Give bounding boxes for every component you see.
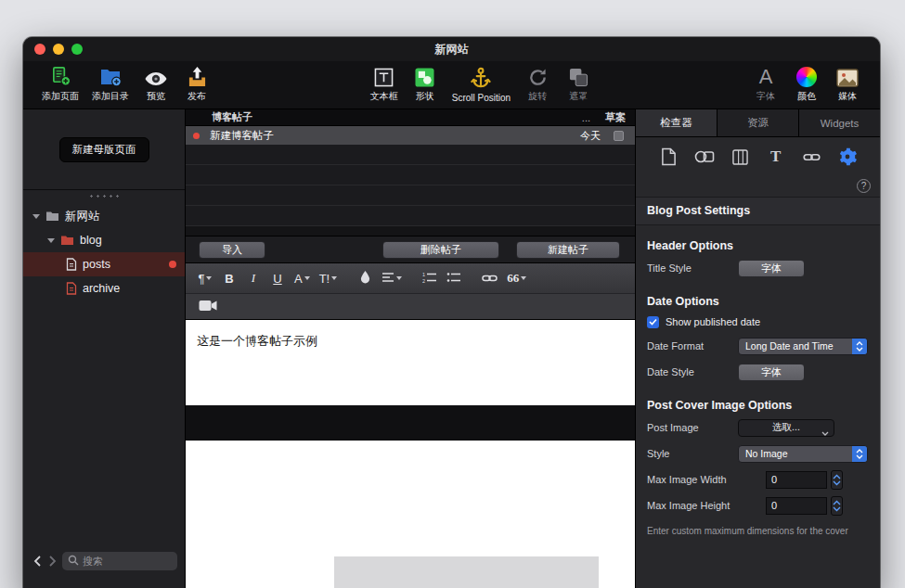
shapes-icon [415,65,434,87]
text-size-button[interactable]: T! [317,268,341,288]
toolbar-label: 添加目录 [92,90,129,103]
post-image-choose-button[interactable]: 选取... [738,419,834,437]
title-style-label: Title Style [647,262,738,274]
close-button[interactable] [34,44,45,55]
cover-style-row: Style No Image [647,441,869,467]
rotate-button[interactable]: 旋转 [518,63,557,105]
link-icon [482,272,498,286]
layout-grid-icon[interactable] [728,145,752,169]
traffic-lights [34,37,83,61]
max-image-width-stepper[interactable] [831,470,843,490]
toolbar-left-group: 添加页面 添加目录 预览 [36,63,216,105]
gear-settings-icon[interactable] [835,145,860,169]
section-date-options: Date Options [647,295,869,308]
sidebar: 新建母版页面 新网站 [23,109,186,588]
mask-button[interactable]: 遮罩 [559,63,598,105]
droplet-icon [360,270,370,287]
toolbar-label: 字体 [756,90,775,103]
quote-glyph: 66 [507,271,519,286]
back-button[interactable] [31,556,44,567]
color-panel-button[interactable]: 颜色 [787,63,826,105]
post-editor-column: 博客帖子 ... 草案 新建博客帖子 今天 导入 删除帖子 [186,109,636,588]
search-field[interactable] [62,552,177,570]
new-master-page-button[interactable]: 新建母版页面 [59,137,149,162]
caret-down-icon [396,276,402,280]
max-image-height-stepper[interactable] [831,496,843,516]
caret-down-icon [521,276,526,280]
shapes-settings-icon[interactable] [692,145,717,169]
scroll-position-button[interactable]: Scroll Position [446,63,516,105]
page-icon [66,258,77,271]
ordered-list-button[interactable]: 12 [420,268,440,288]
help-button[interactable]: ? [857,179,871,193]
add-folder-button[interactable]: 添加目录 [86,63,135,105]
link-button[interactable] [479,268,500,288]
date-style-font-button[interactable]: 字体 [738,364,805,381]
toolbar-label: 遮罩 [569,90,588,103]
column-draft-header: 草案 [605,110,626,124]
tab-widgets[interactable]: Widgets [799,109,880,136]
tree-item-site[interactable]: 新网站 [23,204,185,228]
show-published-date-checkbox[interactable] [647,316,659,328]
text-color-button[interactable]: A [291,268,313,288]
cover-style-select[interactable]: No Image [738,445,868,463]
title-style-font-button[interactable]: 字体 [738,260,805,277]
date-format-select[interactable]: Long Date and Time [738,338,868,355]
tree-item-blog[interactable]: blog [23,228,185,252]
minimize-button[interactable] [53,44,64,55]
toolbar-label: 添加页面 [42,90,79,103]
settings-title-band: Blog Post Settings [636,197,880,225]
import-button[interactable]: 导入 [199,241,265,259]
tab-resources[interactable]: 资源 [718,109,799,136]
page-settings-icon[interactable] [656,145,680,169]
folder-red-icon [60,235,74,246]
new-post-button[interactable]: 新建帖子 [516,241,620,259]
empty-list-row [186,206,635,226]
sidebar-resize-handle[interactable] [23,190,185,202]
video-camera-button[interactable] [199,299,217,315]
title-style-row: Title Style 字体 [647,255,869,281]
draft-checkbox[interactable] [614,131,624,141]
font-panel-button[interactable]: A 字体 [746,63,785,105]
publish-button[interactable]: 发布 [177,63,216,105]
max-image-height-input[interactable] [766,497,827,515]
column-more-header: ... [582,112,590,123]
preview-button[interactable]: 预览 [136,63,175,105]
text-settings-icon[interactable]: T [764,145,788,169]
post-row[interactable]: 新建博客帖子 今天 [186,126,635,145]
alignment-button[interactable] [379,268,405,288]
tree-item-posts[interactable]: posts [23,252,185,276]
svg-text:2: 2 [422,277,425,283]
add-page-button[interactable]: 添加页面 [36,63,84,105]
desktop-background: 新网站 添加页面 添加目录 [0,0,905,588]
italic-button[interactable]: I [243,268,264,288]
cover-style-label: Style [647,448,738,459]
max-image-width-input[interactable] [766,471,827,489]
paragraph-style-button[interactable]: ¶ [195,268,215,288]
media-toolbar [186,294,635,320]
spacer [186,226,635,236]
ink-color-button[interactable] [355,268,375,288]
delete-post-button[interactable]: 删除帖子 [382,241,499,259]
add-folder-icon [99,65,122,87]
underline-button[interactable]: U [267,268,288,288]
text-box-button[interactable]: 文本框 [365,63,404,105]
post-status-dot [193,133,200,139]
bold-button[interactable]: B [219,268,239,288]
tab-inspector[interactable]: 检查器 [636,109,718,136]
shapes-button[interactable]: 形状 [406,63,445,105]
media-panel-button[interactable]: 媒体 [828,63,867,105]
zoom-button[interactable] [71,44,83,55]
date-format-value: Long Date and Time [745,340,834,352]
post-content-editor[interactable]: 这是一个博客帖子示例 [186,320,635,405]
link-settings-icon[interactable] [799,145,823,169]
post-content-text: 这是一个博客帖子示例 [197,334,317,348]
post-list-title: 博客帖子 [212,110,252,124]
forward-button[interactable] [46,556,59,567]
tree-item-archive[interactable]: archive [23,276,185,300]
blockquote-button[interactable]: 66 [504,268,529,288]
search-input[interactable] [83,556,172,567]
toolbar-right-group: A 字体 颜色 媒体 [746,63,867,105]
bullet-list-button[interactable] [444,268,464,288]
page-preview[interactable] [186,441,635,588]
